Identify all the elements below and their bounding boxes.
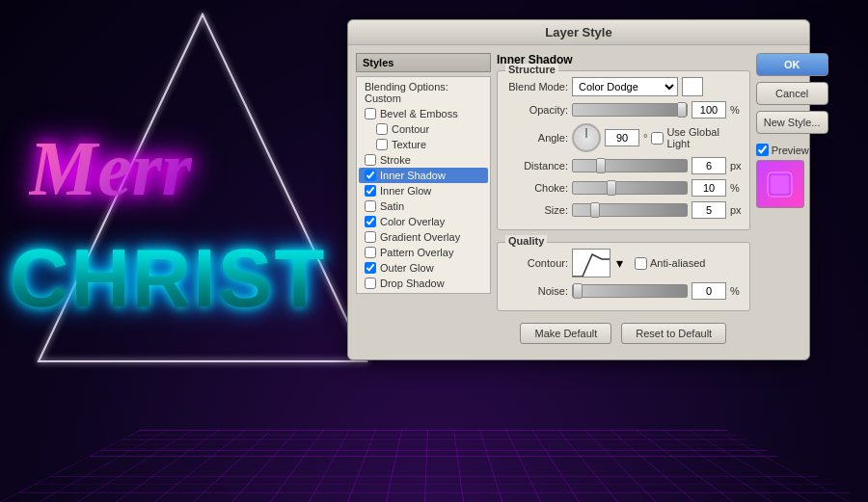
pattern-overlay-item[interactable]: Pattern Overlay xyxy=(359,245,488,260)
pattern-overlay-checkbox[interactable] xyxy=(365,247,376,258)
global-light-label[interactable]: Use Global Light xyxy=(651,126,741,149)
opacity-row: Opacity: % xyxy=(505,101,742,119)
inner-shadow-item[interactable]: Inner Shadow xyxy=(359,168,488,183)
gradient-overlay-checkbox[interactable] xyxy=(365,231,376,243)
preview-section: Preview xyxy=(756,144,831,208)
choke-slider[interactable] xyxy=(572,181,688,195)
reset-to-default-button[interactable]: Reset to Default xyxy=(621,323,726,344)
noise-row: Noise: % xyxy=(505,282,742,300)
styles-header: Styles xyxy=(356,53,491,72)
opacity-input[interactable] xyxy=(692,101,726,119)
inner-shadow-checkbox[interactable] xyxy=(365,170,376,181)
opacity-slider[interactable] xyxy=(572,103,688,117)
angle-input[interactable] xyxy=(605,129,639,146)
texture-checkbox[interactable] xyxy=(376,139,388,150)
anti-aliased-label[interactable]: Anti-aliased xyxy=(635,257,705,270)
satin-item[interactable]: Satin xyxy=(359,198,488,214)
svg-rect-3 xyxy=(771,175,789,194)
distance-input[interactable] xyxy=(692,157,726,174)
blend-mode-select[interactable]: Color Dodge Normal Multiply Screen xyxy=(572,77,678,96)
noise-label: Noise: xyxy=(505,285,568,297)
contour-dropdown-icon[interactable]: ▾ xyxy=(616,255,623,271)
gradient-overlay-item[interactable]: Gradient Overlay xyxy=(359,229,488,245)
color-overlay-label: Color Overlay xyxy=(380,216,445,227)
size-input[interactable] xyxy=(692,201,726,219)
choke-row: Choke: % xyxy=(505,179,742,197)
contour-checkbox[interactable] xyxy=(376,123,388,135)
inner-glow-checkbox[interactable] xyxy=(365,185,376,197)
outer-glow-item[interactable]: Outer Glow xyxy=(359,260,488,276)
cancel-button[interactable]: Cancel xyxy=(756,82,828,105)
size-row: Size: px xyxy=(505,201,742,219)
inner-shadow-label: Inner Shadow xyxy=(380,170,446,181)
pattern-overlay-label: Pattern Overlay xyxy=(380,247,453,258)
bevel-emboss-label: Bevel & Emboss xyxy=(380,108,458,119)
angle-unit: ° xyxy=(643,132,647,144)
preview-checkbox[interactable] xyxy=(756,144,769,156)
contour-item[interactable]: Contour xyxy=(359,121,488,137)
distance-row: Distance: px xyxy=(505,157,742,174)
anti-aliased-text: Anti-aliased xyxy=(650,257,705,269)
dialog-title: Layer Style xyxy=(348,20,809,45)
distance-unit: px xyxy=(730,160,742,172)
contour-curve xyxy=(573,250,610,277)
layer-style-dialog: Layer Style Styles Blending Options: Cus… xyxy=(347,19,810,360)
stroke-item[interactable]: Stroke xyxy=(359,152,488,168)
noise-input[interactable] xyxy=(692,282,726,300)
distance-slider[interactable] xyxy=(572,159,688,172)
bevel-emboss-checkbox[interactable] xyxy=(365,108,376,119)
choke-input[interactable] xyxy=(692,179,726,197)
satin-checkbox[interactable] xyxy=(365,200,376,212)
styles-panel: Styles Blending Options: Custom Bevel & … xyxy=(356,53,491,352)
gradient-overlay-label: Gradient Overlay xyxy=(380,231,460,243)
stroke-checkbox[interactable] xyxy=(365,154,376,166)
quality-section: Quality Contour: ▾ Anti-aliased xyxy=(497,242,750,311)
choke-thumb[interactable] xyxy=(607,180,616,196)
opacity-thumb[interactable] xyxy=(677,102,687,118)
angle-indicator xyxy=(586,128,587,138)
texture-item[interactable]: Texture xyxy=(359,137,488,152)
anti-aliased-checkbox[interactable] xyxy=(635,257,647,270)
satin-label: Satin xyxy=(380,200,404,212)
blending-options-label: Blending Options: Custom xyxy=(365,81,482,104)
bevel-emboss-item[interactable]: Bevel & Emboss xyxy=(359,106,488,121)
contour-label: Contour xyxy=(392,123,429,135)
size-unit: px xyxy=(730,204,742,216)
blending-options-item[interactable]: Blending Options: Custom xyxy=(359,79,488,106)
color-overlay-item[interactable]: Color Overlay xyxy=(359,214,488,229)
christ-text: CHRIST xyxy=(10,231,326,326)
outer-glow-checkbox[interactable] xyxy=(365,262,376,274)
preview-text: Preview xyxy=(772,145,809,156)
size-thumb[interactable] xyxy=(590,202,600,218)
make-default-button[interactable]: Make Default xyxy=(520,323,611,344)
outer-glow-label: Outer Glow xyxy=(380,262,434,274)
stroke-label: Stroke xyxy=(380,154,411,166)
styles-list: Blending Options: Custom Bevel & Emboss … xyxy=(356,76,491,294)
drop-shadow-checkbox[interactable] xyxy=(365,277,376,289)
inner-glow-label: Inner Glow xyxy=(380,185,431,197)
global-light-checkbox[interactable] xyxy=(651,132,664,145)
ok-button[interactable]: OK xyxy=(756,53,828,76)
noise-unit: % xyxy=(730,285,740,297)
blend-color-swatch[interactable] xyxy=(682,77,703,96)
drop-shadow-item[interactable]: Drop Shadow xyxy=(359,276,488,291)
opacity-label: Opacity: xyxy=(505,104,568,116)
size-slider[interactable] xyxy=(572,203,688,217)
noise-slider[interactable] xyxy=(572,284,688,298)
buttons-panel: OK Cancel New Style... Preview xyxy=(756,53,831,352)
texture-label: Texture xyxy=(392,139,426,150)
inner-glow-item[interactable]: Inner Glow xyxy=(359,183,488,198)
noise-thumb[interactable] xyxy=(573,283,583,299)
bottom-buttons: Make Default Reset to Default xyxy=(497,317,750,352)
color-overlay-checkbox[interactable] xyxy=(365,216,376,227)
contour-row: Contour: ▾ Anti-aliased xyxy=(505,249,742,277)
new-style-button[interactable]: New Style... xyxy=(756,111,828,134)
structure-title: Structure xyxy=(505,64,558,75)
drop-shadow-label: Drop Shadow xyxy=(380,277,445,289)
merry-text: Merr xyxy=(29,125,192,213)
angle-dial[interactable] xyxy=(572,123,601,152)
preview-label: Preview xyxy=(756,144,831,156)
contour-preview[interactable] xyxy=(572,249,610,277)
contour-label: Contour: xyxy=(505,257,568,269)
distance-thumb[interactable] xyxy=(596,158,606,173)
